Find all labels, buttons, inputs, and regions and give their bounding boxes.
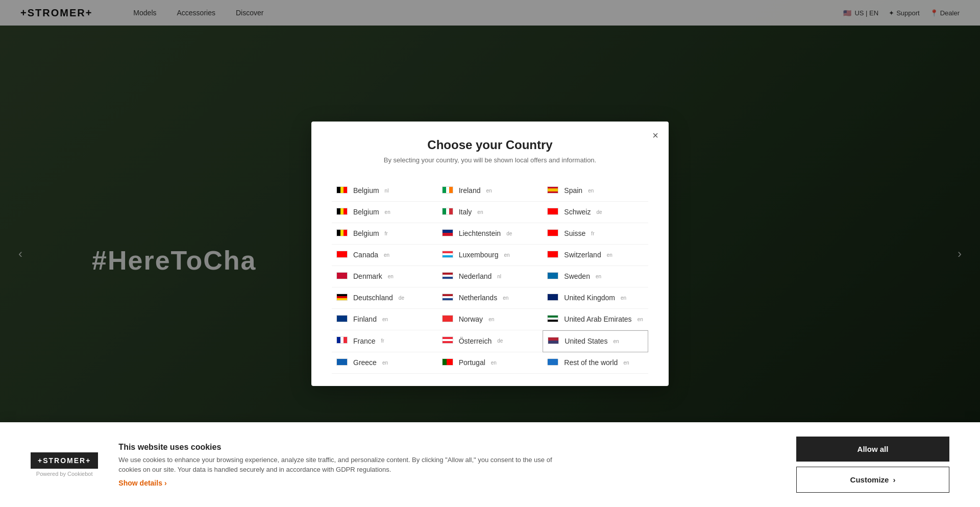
country-item[interactable]: Spainen [543,180,648,202]
cookie-text: We use cookies to enhance your browsing … [118,455,557,475]
country-name: Luxembourg [459,251,499,259]
country-lang: en [491,360,497,366]
allow-all-button[interactable]: Allow all [796,437,949,462]
country-flag-icon [547,250,559,260]
country-lang: en [382,360,388,366]
country-lang: en [388,274,394,279]
country-lang: en [607,252,612,258]
country-item[interactable]: Österreichde [437,330,543,352]
country-lang: en [638,317,643,322]
country-lang: en [488,317,494,322]
country-name: Canada [353,251,378,259]
country-grid: BelgiumnlIrelandenSpainenBelgiumenItalye… [311,172,669,386]
country-flag-icon [547,185,559,196]
show-details-button[interactable]: Show details › [118,479,166,487]
country-item[interactable]: Swedenen [543,266,648,287]
country-lang: en [384,252,389,258]
country-lang: de [596,209,602,215]
country-lang: en [382,317,388,322]
country-lang: en [385,209,390,215]
country-item[interactable]: Italyen [437,202,543,223]
country-name: Denmark [353,272,382,280]
country-lang: en [588,188,594,194]
cookie-buttons: Allow all Customize › [796,437,949,493]
country-item[interactable]: Belgiumen [332,202,437,223]
country-lang: fr [381,338,384,344]
country-item[interactable]: Deutschlandde [332,287,437,309]
country-lang: en [477,209,483,215]
country-lang: en [613,339,619,344]
country-lang: en [596,274,601,279]
country-item[interactable]: Canadaen [332,245,437,266]
country-lang: en [623,360,629,366]
cookie-title: This website uses cookies [118,443,776,452]
country-item[interactable]: Denmarken [332,266,437,287]
country-lang: nl [385,188,389,194]
country-name: Sweden [564,272,590,280]
country-item[interactable]: Belgiumfr [332,223,437,245]
country-item[interactable]: United Arab Emiratesen [543,309,648,330]
country-flag-icon [336,335,348,346]
country-name: United Arab Emirates [564,315,631,323]
cookie-stromer-logo: +STROMER+ [31,452,98,469]
country-item[interactable]: Finlanden [332,309,437,330]
country-lang: de [506,231,512,236]
country-item[interactable]: Belgiumnl [332,180,437,202]
country-item[interactable]: Switzerlanden [543,245,648,266]
country-item[interactable]: United Statesen [543,330,648,352]
country-flag-icon [547,207,559,218]
country-flag-icon [336,228,348,239]
country-name: Belgium [353,229,379,237]
country-item[interactable]: Nederlandnl [437,266,543,287]
country-item[interactable]: Liechtensteinde [437,223,543,245]
country-lang: fr [385,231,388,236]
country-flag-icon [547,271,559,282]
chevron-right-icon: › [893,475,895,484]
chevron-right-icon: › [164,479,167,487]
country-item[interactable]: Portugalen [437,352,543,374]
country-flag-icon [336,185,348,196]
country-item[interactable]: Norwayen [437,309,543,330]
country-flag-icon [442,228,454,239]
modal-subtitle: By selecting your country, you will be s… [332,156,648,164]
country-item[interactable]: Greeceen [332,352,437,374]
country-name: United Kingdom [564,294,615,302]
country-flag-icon [336,314,348,325]
country-name: Switzerland [564,251,601,259]
country-flag-icon [442,207,454,218]
country-item[interactable]: Netherlandsen [437,287,543,309]
country-lang: en [504,252,509,258]
country-name: Belgium [353,208,379,216]
country-item[interactable]: Rest of the worlden [543,352,648,374]
country-flag-icon [442,335,454,346]
country-flag-icon [442,271,454,282]
cookie-banner: +STROMER+ Powered by Cookiebot This webs… [0,422,980,507]
country-flag-icon [336,250,348,260]
modal-close-button[interactable]: × [652,130,658,141]
country-item[interactable]: Luxembourgen [437,245,543,266]
country-item[interactable]: Schweizde [543,202,648,223]
country-name: France [353,337,376,345]
country-flag-icon [442,250,454,260]
country-flag-icon [547,336,559,347]
country-name: Liechtenstein [459,229,501,237]
customize-button[interactable]: Customize › [796,467,949,493]
country-name: United States [565,337,607,345]
country-flag-icon [336,357,348,368]
country-name: Spain [564,186,582,195]
country-flag-icon [442,357,454,368]
country-lang: en [621,295,626,301]
country-flag-icon [547,228,559,239]
country-flag-icon [547,357,559,368]
country-item[interactable]: United Kingdomen [543,287,648,309]
country-item[interactable]: Irelanden [437,180,543,202]
country-flag-icon [336,293,348,303]
country-item[interactable]: Suissefr [543,223,648,245]
modal-header: Choose your Country By selecting your co… [311,122,669,172]
cookie-content: This website uses cookies We use cookies… [118,443,776,487]
country-name: Deutschland [353,294,393,302]
country-name: Norway [459,315,483,323]
country-item[interactable]: Francefr [332,330,437,352]
country-name: Greece [353,358,377,367]
country-flag-icon [442,314,454,325]
